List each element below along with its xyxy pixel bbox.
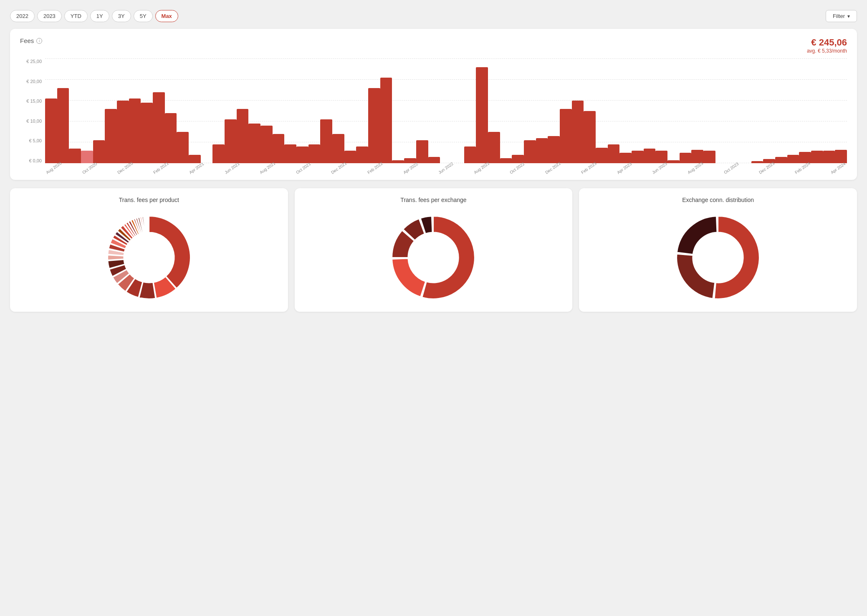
bar-29 xyxy=(392,160,404,164)
bar-14 xyxy=(212,144,225,163)
bar-37 xyxy=(488,132,500,163)
x-label-11: Jun 2022 xyxy=(437,161,454,175)
bar-38 xyxy=(500,158,512,164)
x-label-1: Oct 2020 xyxy=(81,162,98,175)
bar-40 xyxy=(524,140,536,163)
fees-label: Fees xyxy=(20,37,34,44)
x-label-21: Feb 2024 xyxy=(794,161,811,175)
x-label-5: Jun 2021 xyxy=(224,161,240,175)
bar-2 xyxy=(69,149,81,163)
x-label-3: Feb 2021 xyxy=(152,161,169,175)
trans-fees-product-card: Trans. fees per product xyxy=(10,188,288,312)
exchange-conn-dist-donut xyxy=(672,212,764,303)
y-label-5: € 0,00 xyxy=(20,158,45,163)
time-buttons: 2022 2023 YTD 1Y 3Y 5Y Max xyxy=(10,10,178,22)
time-btn-5y[interactable]: 5Y xyxy=(134,10,153,22)
time-btn-ytd[interactable]: YTD xyxy=(64,10,88,22)
bar-43 xyxy=(560,109,572,163)
y-label-3: € 10,00 xyxy=(20,119,45,124)
x-label-18: Aug 2023 xyxy=(687,161,704,175)
bar-1 xyxy=(57,88,69,163)
y-label-4: € 5,00 xyxy=(20,138,45,143)
x-label-17: Jun 2023 xyxy=(651,161,668,175)
y-label-2: € 15,00 xyxy=(20,98,45,104)
bar-9 xyxy=(153,92,165,163)
bar-45 xyxy=(584,111,596,163)
x-label-4: Apr 2021 xyxy=(188,162,205,175)
bar-5 xyxy=(105,109,117,163)
bar-31 xyxy=(416,140,428,163)
bar-55 xyxy=(703,151,715,163)
exchange-conn-dist-card: Exchange conn. distribution xyxy=(579,188,857,312)
donut-segment-0 xyxy=(149,216,190,288)
bar-65 xyxy=(823,151,835,163)
bar-44 xyxy=(572,101,584,163)
donut-svg-dist xyxy=(672,212,764,303)
x-label-8: Dec 2021 xyxy=(330,161,347,175)
donut-segment-8 xyxy=(108,255,124,260)
bar-41 xyxy=(536,138,548,163)
bar-24 xyxy=(332,134,344,163)
y-label-0: € 25,00 xyxy=(20,59,45,64)
x-label-10: Apr 2022 xyxy=(402,162,419,175)
x-label-20: Dec 2023 xyxy=(758,161,775,175)
x-label-6: Aug 2021 xyxy=(259,161,276,175)
fees-chart: € 25,00 € 20,00 € 15,00 € 10,00 € 5,00 €… xyxy=(20,59,847,176)
x-label-12: Aug 2022 xyxy=(473,161,490,175)
exchange-conn-dist-title: Exchange conn. distribution xyxy=(682,197,754,203)
time-btn-1y[interactable]: 1Y xyxy=(90,10,109,22)
bar-21 xyxy=(296,146,308,163)
bar-11 xyxy=(177,132,189,163)
trans-fees-exchange-donut xyxy=(387,212,479,303)
bars-wrapper xyxy=(45,59,847,163)
time-btn-2023[interactable]: 2023 xyxy=(37,10,62,22)
fees-header: Fees i € 245,06 avg. € 5,33/month xyxy=(20,37,847,54)
info-icon[interactable]: i xyxy=(36,38,42,44)
bar-32 xyxy=(428,157,440,163)
x-label-16: Apr 2023 xyxy=(616,162,633,175)
bar-0 xyxy=(45,98,57,163)
x-label-22: Apr 2024 xyxy=(830,162,847,175)
bar-7 xyxy=(129,98,141,163)
filter-button[interactable]: Filter xyxy=(826,10,857,22)
bar-12 xyxy=(189,155,201,163)
time-btn-max[interactable]: Max xyxy=(155,10,178,22)
x-label-2: Dec 2020 xyxy=(116,161,134,175)
time-btn-3y[interactable]: 3Y xyxy=(112,10,131,22)
x-label-15: Feb 2023 xyxy=(580,161,597,175)
y-axis: € 25,00 € 20,00 € 15,00 € 10,00 € 5,00 €… xyxy=(20,59,45,163)
bottom-cards: Trans. fees per product Trans. fees per … xyxy=(10,188,857,312)
time-btn-2022[interactable]: 2022 xyxy=(10,10,35,22)
fees-total-amount: € 245,06 xyxy=(807,37,847,48)
bar-4 xyxy=(93,140,105,163)
bar-51 xyxy=(655,151,667,163)
x-label-19: Oct 2023 xyxy=(723,162,740,175)
x-axis: Aug 2020Oct 2020Dec 2020Feb 2021Apr 2021… xyxy=(45,163,847,176)
bar-19 xyxy=(273,134,285,163)
trans-fees-exchange-title: Trans. fees per exchange xyxy=(400,197,466,203)
bar-28 xyxy=(380,78,392,163)
bar-47 xyxy=(608,144,620,163)
y-label-1: € 20,00 xyxy=(20,79,45,84)
bar-25 xyxy=(344,151,356,163)
bar-8 xyxy=(141,103,153,163)
bar-53 xyxy=(680,153,692,163)
donut-svg-product xyxy=(103,212,195,303)
fees-avg: avg. € 5,33/month xyxy=(807,48,847,54)
fees-title: Fees i xyxy=(20,37,42,44)
bar-42 xyxy=(548,136,560,163)
x-label-13: Oct 2022 xyxy=(509,162,526,175)
bar-52 xyxy=(667,160,680,164)
bar-15 xyxy=(225,119,237,163)
bar-3 xyxy=(81,151,93,163)
trans-fees-product-donut xyxy=(103,212,195,303)
bar-27 xyxy=(368,88,380,163)
trans-fees-exchange-card: Trans. fees per exchange xyxy=(295,188,573,312)
bar-36 xyxy=(476,67,488,163)
trans-fees-product-title: Trans. fees per product xyxy=(119,197,179,203)
bar-64 xyxy=(811,151,823,163)
bar-50 xyxy=(644,149,656,163)
donut-segment-1 xyxy=(392,258,426,297)
donut-segment-27 xyxy=(147,216,148,232)
bar-35 xyxy=(464,146,476,163)
